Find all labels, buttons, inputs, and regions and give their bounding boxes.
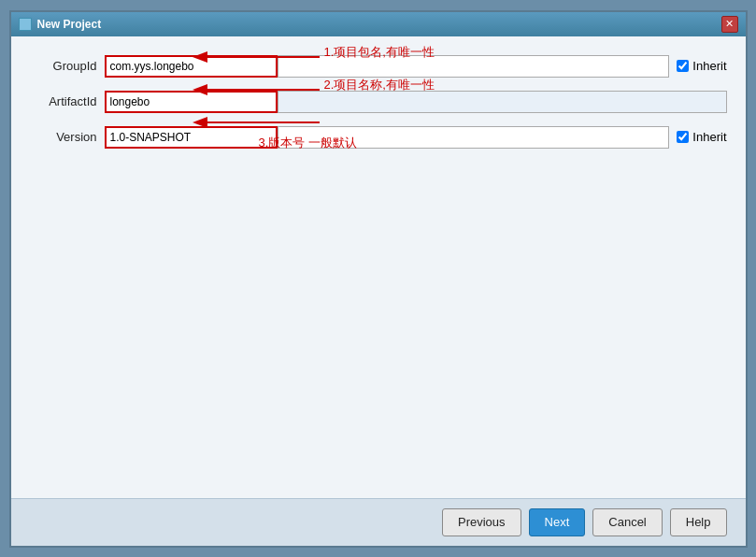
artifact-id-row: ArtifactId [30, 91, 727, 113]
previous-button[interactable]: Previous [442, 508, 521, 536]
group-id-row: GroupId Inherit [30, 55, 727, 78]
version-label: Version [30, 130, 105, 144]
content-area: GroupId Inherit ArtifactId Version Inher… [11, 36, 746, 498]
next-button[interactable]: Next [529, 508, 586, 536]
version-row: Version Inherit [30, 126, 727, 149]
group-id-label: GroupId [30, 59, 105, 73]
footer: Previous Next Cancel Help [11, 498, 746, 546]
group-id-input[interactable] [105, 55, 278, 78]
version-input[interactable] [105, 126, 278, 149]
group-id-inherit-label: Inherit [692, 59, 726, 73]
group-id-inherit: Inherit [677, 59, 726, 73]
version-inherit-label: Inherit [692, 130, 726, 144]
version-inherit: Inherit [677, 130, 726, 144]
title-bar-icon [19, 18, 32, 31]
group-id-inherit-checkbox[interactable] [677, 60, 689, 72]
artifact-id-input[interactable] [105, 91, 278, 113]
title-bar: New Project ✕ [11, 12, 746, 36]
version-inherit-checkbox[interactable] [677, 131, 689, 143]
window-title: New Project [37, 18, 102, 31]
artifact-id-label: ArtifactId [30, 94, 105, 108]
new-project-dialog: New Project ✕ GroupId Inherit ArtifactId… [9, 10, 748, 548]
close-button[interactable]: ✕ [721, 16, 738, 33]
cancel-button[interactable]: Cancel [592, 508, 662, 536]
help-button[interactable]: Help [670, 508, 727, 536]
